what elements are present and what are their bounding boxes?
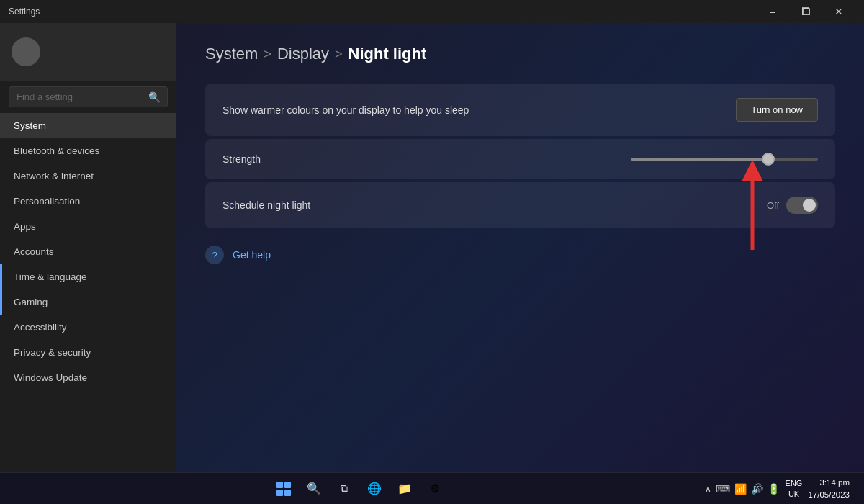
help-icon: ? xyxy=(205,246,224,264)
night-light-description: Show warmer colours on your display to h… xyxy=(222,104,736,116)
taskbar-center: 🔍 ⧉ 🌐 📁 ⚙ xyxy=(14,476,705,502)
breadcrumb-sep1: > xyxy=(264,47,271,62)
sidebar-item-apps[interactable]: Apps xyxy=(0,214,176,239)
search-input[interactable] xyxy=(9,86,168,107)
sidebar-item-time[interactable]: Time & language xyxy=(0,264,176,289)
toggle-status-label: Off xyxy=(767,200,779,211)
breadcrumb-display[interactable]: Display xyxy=(277,45,329,63)
taskbar-settings-button[interactable]: ⚙ xyxy=(422,476,448,502)
language-badge: ENG UK xyxy=(786,478,803,499)
schedule-label: Schedule night light xyxy=(222,199,767,211)
toggle-knob xyxy=(803,199,816,212)
windows-logo xyxy=(276,482,291,496)
taskbar-system-icons: ∧ ⌨ 📶 🔊 🔋 xyxy=(705,483,780,495)
battery-icon: 🔋 xyxy=(768,483,780,495)
taskbar-search-button[interactable]: 🔍 xyxy=(301,476,327,502)
toggle-container: Off xyxy=(767,197,818,214)
clock[interactable]: 3:14 pm 17/05/2023 xyxy=(808,477,850,500)
strength-slider[interactable] xyxy=(631,158,818,161)
app-title: Settings xyxy=(9,6,756,17)
schedule-row: Schedule night light Off xyxy=(205,182,835,228)
strength-row: Strength xyxy=(205,139,835,179)
breadcrumb-system[interactable]: System xyxy=(205,45,258,63)
schedule-card: Schedule night light Off xyxy=(205,182,835,228)
sidebar-item-system[interactable]: System xyxy=(0,113,176,138)
search-area: 🔍 xyxy=(0,81,176,113)
main-content: System > Display > Night light Show warm… xyxy=(176,23,864,472)
sidebar-item-gaming[interactable]: Gaming xyxy=(0,289,176,315)
taskbar: 🔍 ⧉ 🌐 📁 ⚙ ∧ ⌨ 📶 🔊 🔋 ENG UK 3:14 pm 17/05… xyxy=(0,472,864,504)
strength-label: Strength xyxy=(222,153,631,165)
titlebar: Settings – ⧠ ✕ xyxy=(0,0,864,23)
sidebar-item-network[interactable]: Network & internet xyxy=(0,163,176,189)
close-button[interactable]: ✕ xyxy=(822,0,855,23)
strength-card: Strength xyxy=(205,139,835,179)
sidebar-item-personalisation[interactable]: Personalisation xyxy=(0,189,176,214)
maximize-button[interactable]: ⧠ xyxy=(789,0,822,23)
start-button[interactable] xyxy=(271,476,297,502)
profile-area xyxy=(0,23,176,81)
app-container: 🔍 SystemBluetooth & devicesNetwork & int… xyxy=(0,23,864,472)
taskbar-right: ∧ ⌨ 📶 🔊 🔋 ENG UK 3:14 pm 17/05/2023 xyxy=(705,477,850,500)
sidebar-item-accounts[interactable]: Accounts xyxy=(0,239,176,264)
search-icon: 🔍 xyxy=(148,91,161,103)
chevron-up-icon[interactable]: ∧ xyxy=(705,484,711,494)
turn-on-row: Show warmer colours on your display to h… xyxy=(205,84,835,136)
breadcrumb: System > Display > Night light xyxy=(205,45,835,63)
clock-time: 3:14 pm xyxy=(808,477,850,488)
get-help-link[interactable]: ? Get help xyxy=(205,246,835,264)
breadcrumb-night-light: Night light xyxy=(348,45,427,63)
turn-on-button[interactable]: Turn on now xyxy=(736,98,818,122)
wifi-icon: 📶 xyxy=(734,483,747,495)
sidebar: 🔍 SystemBluetooth & devicesNetwork & int… xyxy=(0,23,176,472)
window-controls: – ⧠ ✕ xyxy=(756,0,855,23)
get-help-label: Get help xyxy=(233,249,271,261)
nav-list: SystemBluetooth & devicesNetwork & inter… xyxy=(0,113,176,390)
breadcrumb-sep2: > xyxy=(335,47,343,62)
sidebar-item-windows-update[interactable]: Windows Update xyxy=(0,365,176,390)
slider-container xyxy=(631,158,818,161)
sidebar-item-privacy[interactable]: Privacy & security xyxy=(0,340,176,365)
taskbar-explorer-button[interactable]: 📁 xyxy=(392,476,418,502)
schedule-toggle[interactable] xyxy=(786,197,818,214)
taskbar-edge-button[interactable]: 🌐 xyxy=(361,476,387,502)
keyboard-icon: ⌨ xyxy=(716,483,730,495)
night-light-card: Show warmer colours on your display to h… xyxy=(205,84,835,136)
clock-date: 17/05/2023 xyxy=(808,489,850,500)
minimize-button[interactable]: – xyxy=(756,0,789,23)
taskbar-taskview-button[interactable]: ⧉ xyxy=(331,476,357,502)
sidebar-item-bluetooth[interactable]: Bluetooth & devices xyxy=(0,138,176,163)
sidebar-item-accessibility[interactable]: Accessibility xyxy=(0,315,176,340)
content-inner: System > Display > Night light Show warm… xyxy=(205,45,835,264)
avatar xyxy=(12,37,40,66)
volume-icon: 🔊 xyxy=(751,483,763,495)
